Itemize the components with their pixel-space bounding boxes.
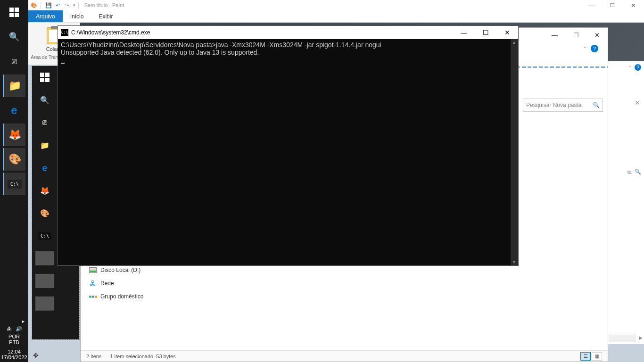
sidebar-item-network[interactable]: 🖧 Rede (87, 277, 158, 290)
explorer-maximize-button[interactable]: ☐ (565, 28, 586, 42)
paint-app-icon: 🎨 (30, 1, 38, 9)
paint-window: 🎨 │ 💾 ↶ ↷ ▾ │ Sem título - Paint — ☐ ✕ A… (28, 0, 644, 23)
ribbon-collapse-icon[interactable]: ⌃ (583, 46, 587, 52)
screenshot-edge-icon: e (34, 157, 55, 178)
tray-language-2[interactable]: PTB (0, 339, 28, 345)
tray-clock-date[interactable]: 17/04/2022 (0, 354, 28, 360)
taskbar-app-cmd[interactable]: C:\ (3, 173, 25, 195)
sidebar-item-label: Disco Local (D:) (100, 267, 140, 273)
status-item-count: 2 itens (86, 354, 101, 359)
bg-close-icon[interactable]: ✕ (635, 99, 640, 107)
bg-search-icon[interactable]: 🔍 (635, 169, 641, 175)
tray-network-icon[interactable]: 🖧 (7, 326, 12, 332)
screenshot-thumb-2 (34, 271, 55, 291)
paint-ribbon-tabs: Arquivo Início Exibir (28, 10, 644, 23)
explorer-close-button[interactable]: ✕ (586, 28, 608, 42)
screenshot-thumb-1 (34, 248, 55, 269)
network-icon: 🖧 (89, 280, 97, 287)
screenshot-start-button (34, 67, 55, 88)
tab-home[interactable]: Início (63, 10, 91, 22)
taskbar-app-paint[interactable]: 🎨 (3, 148, 25, 171)
search-icon[interactable]: 🔍 (593, 102, 600, 108)
sidebar-item-label: Grupo doméstico (100, 293, 143, 300)
bg-chevron-up-icon[interactable]: ⌃ (628, 65, 632, 70)
undo-icon[interactable]: ↶ (54, 1, 62, 9)
svg-rect-5 (15, 8, 19, 12)
explorer-nav-tree: Disco Local (D:) 🖧 Rede Grupo doméstico (87, 263, 158, 303)
paint-close-button[interactable]: ✕ (623, 0, 644, 10)
paint-title: Sem título - Paint (84, 2, 124, 8)
taskbar-app-explorer[interactable]: 📁 (3, 74, 25, 97)
svg-rect-4 (9, 8, 14, 12)
svg-rect-7 (15, 13, 19, 17)
explorer-search-box[interactable]: Pesquisar Nova pasta 🔍 (523, 99, 603, 112)
save-icon[interactable]: 💾 (45, 1, 52, 9)
qat-dropdown-icon[interactable]: ▾ (73, 3, 75, 8)
paint-minimize-button[interactable]: — (580, 0, 602, 10)
screenshot-cmd-icon: C:\ (34, 225, 55, 246)
bg-horizontal-scrollbar[interactable] (609, 335, 636, 342)
sidebar-item-label: Rede (100, 280, 114, 287)
view-details-button[interactable]: ☰ (580, 352, 591, 361)
tab-view[interactable]: Exibir (91, 10, 120, 22)
cmd-output[interactable]: C:\Users\Yhudizinn\Desktop\Servidores\No… (58, 39, 518, 265)
tray-clock-time[interactable]: 12:04 (0, 349, 28, 354)
paint-titlebar: 🎨 │ 💾 ↶ ↷ ▾ │ Sem título - Paint — ☐ ✕ (28, 0, 644, 10)
screenshot-taskbar: 🔍 ⎚ 📁 e 🦊 🎨 C:\ (33, 66, 57, 339)
cmd-close-button[interactable]: ✕ (496, 26, 518, 39)
cmd-cursor (61, 63, 65, 64)
start-button[interactable] (3, 1, 25, 24)
svg-rect-6 (9, 13, 14, 17)
view-icons-button[interactable]: ▦ (592, 352, 602, 361)
sidebar-item-homegroup[interactable]: Grupo doméstico (87, 290, 158, 303)
svg-rect-1 (45, 73, 50, 77)
cmd-titlebar[interactable]: C:\ C:\Windows\system32\cmd.exe — ☐ ✕ (58, 26, 518, 39)
explorer-window-background: ⌃ ? ✕ ta 🔍 (606, 61, 644, 344)
taskbar: 🔍 ⎚ 📁 e 🦊 🎨 C:\ ▸ 🖧 🔊 POR PTB 12:04 17/0… (0, 0, 28, 362)
svg-rect-0 (40, 73, 44, 77)
screenshot-thumb-3 (34, 293, 55, 314)
tab-file[interactable]: Arquivo (28, 10, 63, 22)
screenshot-taskview-icon: ⎚ (34, 112, 55, 133)
cmd-window: C:\ C:\Windows\system32\cmd.exe — ☐ ✕ C:… (58, 25, 519, 266)
explorer-status-bar: 2 itens 1 item selecionado 53 bytes ☰ ▦ (81, 350, 608, 362)
cmd-scrollbar[interactable] (511, 39, 518, 265)
svg-rect-2 (40, 78, 44, 82)
screenshot-firefox-icon: 🦊 (34, 180, 55, 201)
cmd-app-icon: C:\ (61, 29, 68, 36)
cmd-line-2: Unsupported Java detected (62.0). Only u… (61, 49, 259, 56)
cmd-line-1: C:\Users\Yhudizinn\Desktop\Servidores\No… (61, 41, 381, 49)
qat-separator: │ (40, 2, 43, 8)
bg-search-text-fragment: ta (627, 169, 632, 175)
cmd-minimize-button[interactable]: — (453, 26, 475, 39)
cmd-title: C:\Windows\system32\cmd.exe (71, 29, 150, 36)
taskbar-app-edge[interactable]: e (3, 99, 25, 122)
search-placeholder-text: Pesquisar Nova pasta (526, 102, 581, 108)
taskview-button[interactable]: ⎚ (3, 50, 25, 73)
tray-language-1[interactable]: POR (0, 334, 28, 339)
homegroup-icon (89, 293, 97, 300)
qat-separator: │ (77, 2, 81, 8)
help-icon[interactable]: ? (591, 45, 598, 52)
taskbar-app-firefox[interactable]: 🦊 (3, 123, 25, 146)
explorer-minimize-button[interactable]: — (544, 28, 565, 42)
drive-icon (89, 266, 97, 274)
bg-help-icon[interactable]: ? (635, 64, 641, 71)
svg-rect-3 (45, 78, 50, 82)
screenshot-search-icon: 🔍 (34, 90, 55, 110)
screenshot-paint-icon: 🎨 (34, 203, 55, 223)
tray-overflow-button[interactable]: ▸ (0, 319, 28, 324)
tray-volume-icon[interactable]: 🔊 (16, 326, 22, 332)
screenshot-explorer-icon: 📁 (34, 135, 55, 156)
paint-maximize-button[interactable]: ☐ (602, 0, 623, 10)
search-button[interactable]: 🔍 (3, 25, 25, 48)
cmd-maximize-button[interactable]: ☐ (475, 26, 496, 39)
redo-icon[interactable]: ↷ (64, 1, 71, 9)
status-selected: 1 item selecionado 53 bytes (110, 354, 175, 359)
